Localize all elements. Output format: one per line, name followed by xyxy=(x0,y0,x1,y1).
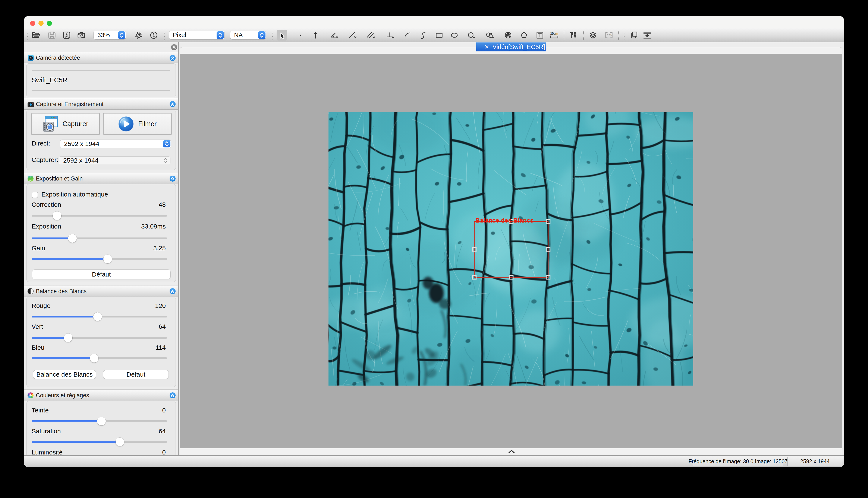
svg-text:10um: 10um xyxy=(550,32,558,36)
svg-text:CSV: CSV xyxy=(607,34,612,37)
svg-text:Balance des Blancs: Balance des Blancs xyxy=(475,217,534,224)
